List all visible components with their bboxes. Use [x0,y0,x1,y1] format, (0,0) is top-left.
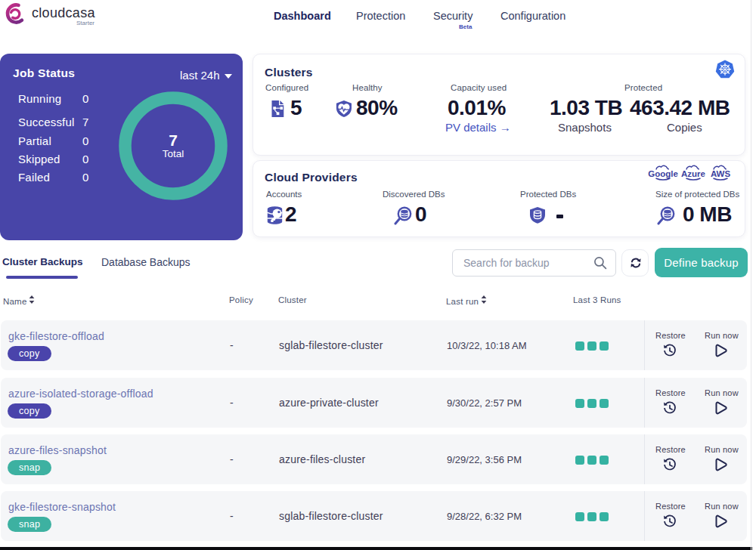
svg-text:AWS: AWS [711,169,731,178]
svg-text:Azure: Azure [681,169,705,178]
svg-text:Starter: Starter [76,20,94,26]
svg-text:Google: Google [648,169,678,178]
svg-text:cloudcasa: cloudcasa [32,5,95,20]
